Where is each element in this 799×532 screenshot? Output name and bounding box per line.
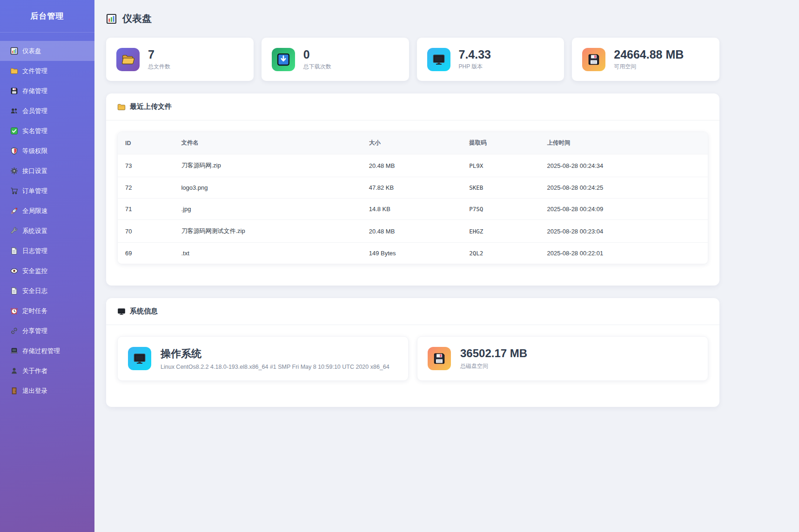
table-row: 70 刀客源码网测试文件.zip 20.48 MB EHGZ 2025-08-2… xyxy=(118,220,708,243)
sidebar-item-label: 全局限速 xyxy=(22,207,47,215)
page-title: 仪表盘 xyxy=(106,12,719,25)
cell-filename: .jpg xyxy=(174,199,361,220)
system-info-panel: 系统信息 操作系统 Linux CentOs8.2.2 4.18.0-193.e… xyxy=(106,298,719,407)
recent-files-table: ID 文件名 大小 提取码 上传时间 73 刀客源码网.zip 20.48 MB xyxy=(118,132,708,264)
sidebar-menu: 仪表盘 文件管理 存储管理 会员管理 实名管理 等级权限 接口设置 xyxy=(0,33,94,401)
cell-size: 149 Bytes xyxy=(362,243,462,264)
sidebar-item-realname[interactable]: 实名管理 xyxy=(0,121,94,141)
sidebar-item-members[interactable]: 会员管理 xyxy=(0,101,94,121)
download-icon xyxy=(277,53,290,66)
stat-value: 7 xyxy=(148,48,170,61)
stat-value: 24664.88 MB xyxy=(614,48,684,61)
sidebar-item-storage[interactable]: 存储管理 xyxy=(0,81,94,101)
shield-icon xyxy=(10,147,18,155)
cart-icon xyxy=(10,187,18,195)
document-icon xyxy=(10,247,18,255)
cell-filename: 刀客源码网.zip xyxy=(174,154,361,177)
sidebar-item-logout[interactable]: 退出登录 xyxy=(0,381,94,401)
stat-card-free-space: 24664.88 MB 可用空间 xyxy=(572,38,719,81)
monitor-icon xyxy=(117,307,126,316)
os-description: Linux CentOs8.2.2 4.18.0-193.el8.x86_64 … xyxy=(161,364,389,370)
sidebar-item-label: 文件管理 xyxy=(22,67,47,75)
stat-card-php-version: 7.4.33 PHP 版本 xyxy=(417,38,564,81)
sidebar-item-system-settings[interactable]: 系统设置 xyxy=(0,221,94,241)
column-header-uploaded-at: 上传时间 xyxy=(540,132,708,154)
sidebar-item-label: 存储管理 xyxy=(22,87,47,95)
stat-badge xyxy=(427,48,450,71)
recent-files-panel: 最近上传文件 ID 文件名 大小 提取码 上传时间 xyxy=(106,93,719,286)
stats-row: 7 总文件数 0 总下载次数 7.4.33 PHP 版本 xyxy=(106,38,719,81)
cell-filename: logo3.png xyxy=(174,177,361,199)
cell-code: PL9X xyxy=(462,154,539,177)
cell-id: 72 xyxy=(118,177,174,199)
users-icon xyxy=(10,107,18,115)
cell-size: 20.48 MB xyxy=(362,220,462,243)
person-icon xyxy=(10,367,18,375)
cell-code: EHGZ xyxy=(462,220,539,243)
rocket-icon xyxy=(10,207,18,215)
cell-uploaded-at: 2025-08-28 00:24:09 xyxy=(540,199,708,220)
column-header-size: 大小 xyxy=(362,132,462,154)
floppy-icon xyxy=(10,87,18,95)
sidebar-item-dashboard[interactable]: 仪表盘 xyxy=(0,41,94,61)
cell-filename: 刀客源码网测试文件.zip xyxy=(174,220,361,243)
sidebar-item-files[interactable]: 文件管理 xyxy=(0,61,94,81)
cell-uploaded-at: 2025-08-28 00:24:34 xyxy=(540,154,708,177)
cell-code: SKEB xyxy=(462,177,539,199)
link-icon xyxy=(10,327,18,335)
alarm-clock-icon xyxy=(10,307,18,315)
table-row: 69 .txt 149 Bytes 2QL2 2025-08-28 00:22:… xyxy=(118,243,708,264)
sidebar-item-cron-tasks[interactable]: 定时任务 xyxy=(0,301,94,321)
sidebar-item-security-monitor[interactable]: 安全监控 xyxy=(0,261,94,281)
cell-uploaded-at: 2025-08-28 00:23:04 xyxy=(540,220,708,243)
stat-badge xyxy=(272,48,295,71)
page-title-text: 仪表盘 xyxy=(122,12,152,25)
check-square-icon xyxy=(10,127,18,135)
stat-label: PHP 版本 xyxy=(459,63,491,71)
sidebar-item-orders[interactable]: 订单管理 xyxy=(0,181,94,201)
wrench-icon xyxy=(10,227,18,235)
monitor-icon xyxy=(133,352,146,365)
laptop-icon xyxy=(10,347,18,355)
stat-card-total-downloads: 0 总下载次数 xyxy=(262,38,409,81)
column-header-code: 提取码 xyxy=(462,132,539,154)
disk-total-label: 总磁盘空间 xyxy=(460,362,527,370)
cell-id: 71 xyxy=(118,199,174,220)
sidebar-item-label: 退出登录 xyxy=(22,387,47,395)
cell-size: 14.8 KB xyxy=(362,199,462,220)
stat-value: 0 xyxy=(303,48,331,61)
sidebar-item-label: 等级权限 xyxy=(22,147,47,155)
sidebar-item-stored-procedures[interactable]: 存储过程管理 xyxy=(0,341,94,361)
sidebar-item-label: 接口设置 xyxy=(22,167,47,175)
sidebar-item-label: 实名管理 xyxy=(22,127,47,135)
table-row: 71 .jpg 14.8 KB P7SQ 2025-08-28 00:24:09 xyxy=(118,199,708,220)
sidebar-item-about-author[interactable]: 关于作者 xyxy=(0,361,94,381)
sidebar-item-shares[interactable]: 分享管理 xyxy=(0,321,94,341)
cell-size: 47.82 KB xyxy=(362,177,462,199)
sidebar-item-api-settings[interactable]: 接口设置 xyxy=(0,161,94,181)
sidebar-item-rate-limit[interactable]: 全局限速 xyxy=(0,201,94,221)
sidebar-item-label: 系统设置 xyxy=(22,227,47,235)
app-title: 后台管理 xyxy=(31,11,64,21)
sidebar-item-security-logs[interactable]: 安全日志 xyxy=(0,281,94,301)
monitor-icon xyxy=(432,53,445,66)
sidebar-item-label: 存储过程管理 xyxy=(22,347,60,355)
eye-icon xyxy=(10,267,18,275)
column-header-filename: 文件名 xyxy=(174,132,361,154)
cell-id: 73 xyxy=(118,154,174,177)
cell-code: P7SQ xyxy=(462,199,539,220)
stat-card-total-files: 7 总文件数 xyxy=(106,38,254,81)
sidebar-item-label: 定时任务 xyxy=(22,307,47,315)
document-icon xyxy=(10,287,18,295)
os-badge xyxy=(128,347,151,370)
sidebar-header: 后台管理 xyxy=(0,0,94,33)
sidebar-item-label: 关于作者 xyxy=(22,367,47,375)
main-content: 仪表盘 7 总文件数 0 总下载次数 xyxy=(94,0,799,438)
floppy-icon xyxy=(433,352,446,365)
recent-files-title: 最近上传文件 xyxy=(130,102,172,111)
table-header-row: ID 文件名 大小 提取码 上传时间 xyxy=(118,132,708,154)
bar-chart-icon xyxy=(106,13,117,24)
sidebar-item-label: 安全监控 xyxy=(22,267,47,275)
sidebar-item-permissions[interactable]: 等级权限 xyxy=(0,141,94,161)
sidebar-item-logs[interactable]: 日志管理 xyxy=(0,241,94,261)
